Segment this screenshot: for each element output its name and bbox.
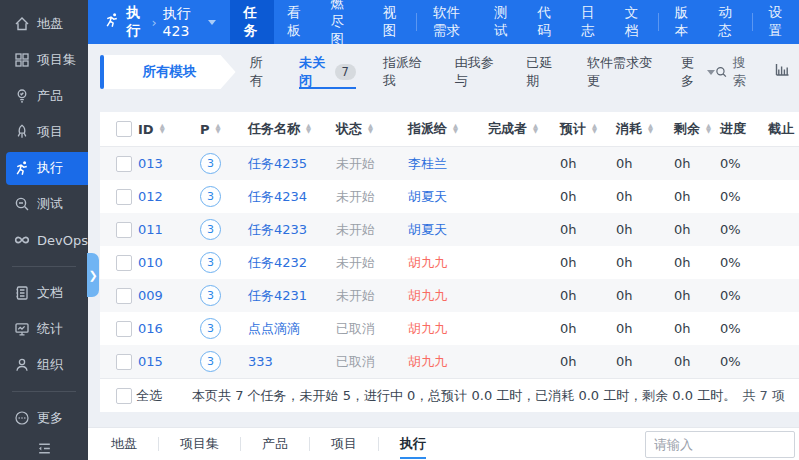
- bottom-tab-产品[interactable]: 产品: [241, 428, 309, 460]
- task-id-link[interactable]: 009: [138, 288, 163, 303]
- topnav-item-任务[interactable]: 任务: [230, 0, 274, 44]
- topnav-item-代码[interactable]: 代码: [525, 0, 569, 44]
- row-checkbox[interactable]: [116, 189, 132, 205]
- select-all-checkbox[interactable]: [116, 388, 132, 404]
- column-header-P[interactable]: P▲ ▼: [198, 122, 246, 137]
- sidebar-item-DevOps[interactable]: DevOps: [0, 224, 88, 257]
- sidebar-item-测试[interactable]: 测试: [0, 188, 88, 221]
- chevron-down-icon[interactable]: [208, 20, 216, 25]
- sort-icon[interactable]: ▲ ▼: [453, 124, 458, 134]
- bottom-tab-项目[interactable]: 项目: [310, 428, 378, 460]
- priority-badge[interactable]: 3: [200, 285, 221, 306]
- topnav-item-看板[interactable]: 看板: [274, 0, 318, 44]
- task-name-link[interactable]: 任务4233: [248, 221, 307, 239]
- task-assignee[interactable]: 胡夏天: [408, 221, 447, 239]
- priority-badge[interactable]: 3: [200, 318, 221, 339]
- sidebar-item-地盘[interactable]: 地盘: [0, 8, 88, 41]
- row-checkbox[interactable]: [116, 222, 132, 238]
- topnav-item-动态[interactable]: 动态: [705, 0, 749, 44]
- row-checkbox[interactable]: [116, 321, 132, 337]
- breadcrumb-root[interactable]: 执行: [126, 4, 145, 40]
- task-id-link[interactable]: 011: [138, 222, 163, 237]
- task-assignee[interactable]: 李桂兰: [408, 155, 447, 173]
- task-assignee[interactable]: 胡夏天: [408, 188, 447, 206]
- topnav-item-燃尽图[interactable]: 燃尽图: [318, 0, 370, 44]
- task-name-link[interactable]: 点点滴滴: [248, 320, 300, 338]
- column-header-剩余[interactable]: 剩余▲ ▼: [672, 120, 718, 138]
- sort-icon[interactable]: ▲ ▼: [706, 124, 711, 134]
- filter-tab-软件需求变更[interactable]: 软件需求变更: [587, 55, 654, 89]
- column-header-指派给[interactable]: 指派给▲ ▼: [406, 120, 486, 138]
- sidebar-item-产品[interactable]: 产品: [0, 80, 88, 113]
- sidebar-item-统计[interactable]: 统计: [0, 313, 88, 346]
- column-header-状态[interactable]: 状态▲ ▼: [334, 120, 406, 138]
- task-id-link[interactable]: 015: [138, 354, 163, 369]
- filter-tab-所有[interactable]: 所有: [250, 55, 272, 89]
- task-assignee[interactable]: 胡九九: [408, 254, 447, 272]
- topnav-item-文档[interactable]: 文档: [612, 0, 656, 44]
- bar-chart-icon[interactable]: [774, 62, 791, 83]
- task-id-link[interactable]: 012: [138, 189, 163, 204]
- sidebar-item-文档[interactable]: 文档: [0, 277, 88, 310]
- panel-expand-handle[interactable]: ❯: [87, 253, 99, 297]
- header-checkbox[interactable]: [116, 121, 132, 137]
- column-header-进度[interactable]: 进度: [718, 120, 766, 138]
- sidebar-item-项目集[interactable]: 项目集: [0, 44, 88, 77]
- search-button[interactable]: 搜索: [715, 54, 756, 90]
- bottom-tab-项目集[interactable]: 项目集: [159, 428, 240, 460]
- task-id-link[interactable]: 016: [138, 321, 163, 336]
- priority-badge[interactable]: 3: [200, 351, 221, 372]
- menu-fold-icon[interactable]: [0, 436, 88, 460]
- task-name-link[interactable]: 任务4235: [248, 155, 307, 173]
- task-name-link[interactable]: 任务4234: [248, 188, 307, 206]
- task-assignee[interactable]: 胡九九: [408, 320, 447, 338]
- task-id-link[interactable]: 013: [138, 156, 163, 171]
- filter-tab-由我参与[interactable]: 由我参与: [455, 55, 500, 89]
- column-header-预计[interactable]: 预计▲ ▼: [558, 120, 614, 138]
- row-checkbox[interactable]: [116, 354, 132, 370]
- sort-icon[interactable]: ▲ ▼: [648, 124, 653, 134]
- row-checkbox[interactable]: [116, 255, 132, 271]
- task-name-link[interactable]: 任务4232: [248, 254, 307, 272]
- filter-tab-更多[interactable]: 更多: [681, 55, 715, 89]
- filter-tab-已延期[interactable]: 已延期: [526, 55, 560, 89]
- sort-icon[interactable]: ▲ ▼: [160, 124, 165, 134]
- topnav-item-测试[interactable]: 测试: [481, 0, 525, 44]
- row-checkbox[interactable]: [116, 288, 132, 304]
- task-name-link[interactable]: 任务4231: [248, 287, 307, 305]
- task-id-link[interactable]: 010: [138, 255, 163, 270]
- breadcrumb-current[interactable]: 执行423: [163, 5, 201, 39]
- sidebar-item-执行[interactable]: 执行: [6, 152, 88, 185]
- topnav-item-版本[interactable]: 版本: [662, 0, 706, 44]
- sidebar-item-项目[interactable]: 项目: [0, 116, 88, 149]
- column-header-ID[interactable]: ID▲ ▼: [136, 122, 198, 137]
- filter-tab-未关闭[interactable]: 未关闭7: [299, 55, 356, 89]
- topnav-item-设置[interactable]: 设置: [756, 0, 799, 44]
- priority-badge[interactable]: 3: [200, 153, 221, 174]
- sort-icon[interactable]: ▲ ▼: [592, 124, 597, 134]
- row-checkbox[interactable]: [116, 156, 132, 172]
- sort-icon[interactable]: ▲ ▼: [306, 124, 311, 134]
- sort-icon[interactable]: ▲ ▼: [533, 124, 538, 134]
- sort-icon[interactable]: ▲ ▼: [216, 124, 221, 134]
- filter-tab-指派给我[interactable]: 指派给我: [383, 55, 428, 89]
- sort-icon[interactable]: ▲ ▼: [368, 124, 373, 134]
- column-header-完成者[interactable]: 完成者▲ ▼: [486, 120, 558, 138]
- priority-badge[interactable]: 3: [200, 252, 221, 273]
- topnav-item-视图[interactable]: 视图: [370, 0, 414, 44]
- quick-input[interactable]: [645, 431, 795, 458]
- select-all-label[interactable]: 全选: [136, 387, 162, 405]
- bottom-tab-地盘[interactable]: 地盘: [90, 428, 158, 460]
- column-header-截止[interactable]: 截止▲ ▼: [766, 120, 799, 138]
- bottom-tab-执行[interactable]: 执行: [379, 428, 447, 460]
- sidebar-item-组织[interactable]: 组织: [0, 349, 88, 382]
- column-header-消耗[interactable]: 消耗▲ ▼: [614, 120, 672, 138]
- task-assignee[interactable]: 胡九九: [408, 353, 447, 371]
- topnav-item-日志[interactable]: 日志: [568, 0, 612, 44]
- priority-badge[interactable]: 3: [200, 186, 221, 207]
- task-name-link[interactable]: 333: [248, 354, 273, 369]
- module-tab[interactable]: 所有模块: [104, 55, 236, 89]
- column-header-任务名称[interactable]: 任务名称▲ ▼: [246, 120, 334, 138]
- topnav-item-软件需求[interactable]: 软件需求: [420, 0, 481, 44]
- priority-badge[interactable]: 3: [200, 219, 221, 240]
